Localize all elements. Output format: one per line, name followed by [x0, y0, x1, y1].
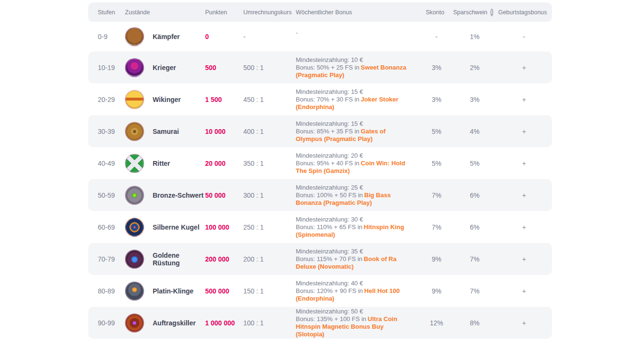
rank-name: Krieger: [153, 64, 176, 71]
sparschwein-value: 6%: [453, 192, 496, 199]
bonus-line: Bonus: 70% + 30 FS inJoker Stoker (Endor…: [296, 96, 413, 111]
birthday-bonus-value: +: [496, 96, 552, 103]
bonus-line: [296, 37, 413, 44]
sparschwein-value: 3%: [453, 96, 496, 103]
table-row: 90-99 Auftragskiller 1 000 000 100 : 1 M…: [88, 307, 552, 339]
loyalty-levels-page: Stufen Zustände Punkten Umrechnungskurs …: [0, 0, 644, 343]
weekly-bonus-cell: Mindesteinzahlung: 10 € Bonus: 50% + 25 …: [296, 56, 420, 79]
sparschwein-value: 1%: [453, 33, 496, 40]
birthday-bonus-value: +: [496, 255, 552, 263]
level-range: 10-19: [88, 64, 125, 71]
sparschwein-value: 7%: [453, 255, 496, 263]
bonus-min-deposit: Mindesteinzahlung: 50 €: [296, 308, 413, 315]
level-range: 30-39: [88, 128, 125, 135]
conversion-rate: 250 : 1: [243, 223, 296, 231]
sparschwein-value: 2%: [453, 64, 496, 71]
header-zustaende: Zustände: [125, 9, 205, 16]
points-value: 20 000: [205, 160, 243, 167]
rank-cell: Krieger: [125, 58, 205, 77]
sparschwein-value: 4%: [453, 128, 496, 135]
conversion-rate: 100 : 1: [243, 319, 296, 327]
conversion-rate: 500 : 1: [243, 64, 296, 71]
bonus-min-deposit: Mindesteinzahlung: 25 €: [296, 184, 413, 192]
bonus-min-deposit: Mindesteinzahlung: 15 €: [296, 120, 413, 128]
skonto-value: -: [420, 33, 453, 40]
rank-name: Goldene Rüstung: [153, 252, 205, 267]
points-value: 0: [205, 33, 243, 40]
level-range: 90-99: [88, 319, 125, 327]
birthday-bonus-value: +: [496, 128, 552, 135]
bonus-min-deposit: Mindesteinzahlung: 15 €: [296, 88, 413, 96]
level-range: 40-49: [88, 160, 125, 167]
birthday-bonus-value: +: [496, 160, 552, 167]
conversion-rate: -: [243, 33, 296, 40]
birthday-bonus-value: +: [496, 287, 552, 295]
rank-name: Ritter: [153, 160, 170, 167]
birthday-bonus-value: +: [496, 192, 552, 199]
skonto-value: 3%: [420, 96, 453, 103]
loyalty-levels-table: Stufen Zustände Punkten Umrechnungskurs …: [88, 2, 552, 339]
table-row: 40-49 Ritter 20 000 350 : 1 Mindesteinza…: [88, 147, 552, 179]
weekly-bonus-cell: Mindesteinzahlung: 50 € Bonus: 135% + 10…: [296, 308, 420, 338]
skonto-value: 5%: [420, 128, 453, 135]
bonus-line: Bonus: 110% + 65 FS inHitnspin King (Spi…: [296, 223, 413, 239]
rank-cell: Samurai: [125, 122, 205, 141]
rank-name: Wikinger: [153, 96, 181, 103]
birthday-bonus-value: +: [496, 223, 552, 231]
level-range: 60-69: [88, 223, 125, 231]
header-stufen: Stufen: [88, 9, 125, 16]
conversion-rate: 450 : 1: [243, 96, 296, 103]
weekly-bonus-cell: -: [296, 29, 420, 44]
conversion-rate: 400 : 1: [243, 128, 296, 135]
conversion-rate: 200 : 1: [243, 255, 296, 263]
table-row: 50-59 Bronze-Schwert 50 000 300 : 1 Mind…: [88, 179, 552, 211]
table-row: 0-9 Kämpfer 0 - - - 1% -: [88, 22, 552, 51]
rank-name: Silberne Kugel: [153, 223, 199, 231]
rank-shield-icon: [125, 218, 144, 237]
table-row: 80-89 Platin-Klinge 500 000 150 : 1 Mind…: [88, 275, 552, 307]
rank-cell: Kämpfer: [125, 27, 205, 46]
points-value: 1 500: [205, 96, 243, 103]
rank-shield-icon: [125, 154, 144, 173]
rank-shield-icon: [125, 58, 144, 77]
rank-shield-icon: [125, 122, 144, 141]
header-sparschwein-label: Sparschwein: [453, 9, 488, 16]
rank-name: Bronze-Schwert: [153, 192, 204, 199]
skonto-value: 9%: [420, 287, 453, 295]
bonus-line: Bonus: 135% + 100 FS inUltra Coin Hitnsp…: [296, 315, 413, 338]
skonto-value: 3%: [420, 64, 453, 71]
sparschwein-value: 7%: [453, 287, 496, 295]
header-umrechnungskurs: Umrechnungskurs: [243, 9, 296, 16]
header-sparschwein: Sparschwein i: [453, 9, 496, 16]
bonus-line: Bonus: 120% + 90 FS inHell Hot 100 (Endo…: [296, 287, 413, 303]
points-value: 10 000: [205, 128, 243, 135]
weekly-bonus-cell: Mindesteinzahlung: 30 € Bonus: 110% + 65…: [296, 216, 420, 239]
header-punkten: Punkten: [205, 9, 243, 16]
sparschwein-value: 6%: [453, 223, 496, 231]
bonus-line: Bonus: 115% + 70 FS inBook of Ra Deluxe …: [296, 255, 413, 271]
rank-shield-icon: [125, 282, 144, 301]
info-icon[interactable]: i: [490, 9, 493, 16]
bonus-line: Bonus: 100% + 50 FS inBig Bass Bonanza (…: [296, 192, 413, 207]
weekly-bonus-cell: Mindesteinzahlung: 20 € Bonus: 95% + 40 …: [296, 152, 420, 175]
weekly-bonus-cell: Mindesteinzahlung: 40 € Bonus: 120% + 90…: [296, 280, 420, 303]
points-value: 200 000: [205, 255, 243, 263]
header-geburtstagsbonus: Geburtstagsbonus: [496, 9, 552, 16]
skonto-value: 12%: [420, 319, 453, 327]
table-header-row: Stufen Zustände Punkten Umrechnungskurs …: [88, 2, 552, 22]
table-row: 30-39 Samurai 10 000 400 : 1 Mindesteinz…: [88, 115, 552, 147]
points-value: 500 000: [205, 287, 243, 295]
level-range: 20-29: [88, 96, 125, 103]
skonto-value: 7%: [420, 223, 453, 231]
rank-cell: Goldene Rüstung: [125, 250, 205, 269]
birthday-bonus-value: +: [496, 319, 552, 327]
header-skonto: Skonto: [420, 9, 453, 16]
bonus-min-deposit: Mindesteinzahlung: 40 €: [296, 280, 413, 287]
rank-name: Kämpfer: [153, 33, 180, 40]
rank-name: Platin-Klinge: [153, 287, 194, 295]
bonus-min-deposit: Mindesteinzahlung: 35 €: [296, 248, 413, 255]
bonus-min-deposit: Mindesteinzahlung: 20 €: [296, 152, 413, 160]
table-row: 70-79 Goldene Rüstung 200 000 200 : 1 Mi…: [88, 243, 552, 275]
rank-cell: Ritter: [125, 154, 205, 173]
birthday-bonus-value: -: [496, 33, 552, 40]
